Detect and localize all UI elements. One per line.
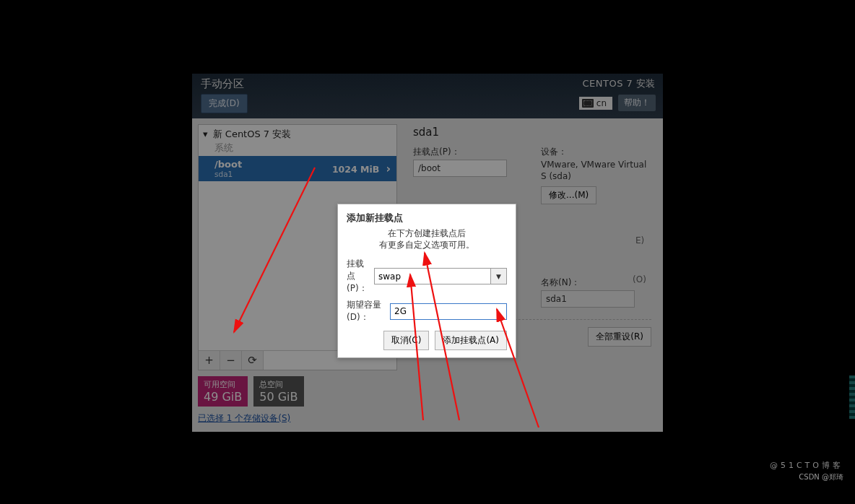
dialog-add-button[interactable]: 添加挂载点(A) xyxy=(435,331,507,350)
mount-device-text: sda1 xyxy=(214,170,242,178)
install-title[interactable]: ▾ 新 CentOS 7 安装 xyxy=(199,125,396,142)
dialog-capacity-input[interactable] xyxy=(390,303,507,320)
chevron-right-icon: › xyxy=(386,162,391,175)
page-title: 手动分区 xyxy=(201,77,248,91)
edge-indicator xyxy=(849,375,855,419)
remove-mount-button[interactable]: − xyxy=(220,351,242,370)
keyboard-layout-text: cn xyxy=(596,98,607,108)
dialog-mount-dropdown[interactable]: ▼ xyxy=(491,268,507,284)
help-button[interactable]: 帮助！ xyxy=(618,95,656,111)
total-space: 总空间 50 GiB xyxy=(253,376,303,407)
mount-point-text: /boot xyxy=(214,159,242,170)
product-name: CENTOS 7 安装 xyxy=(579,77,656,90)
name-input[interactable] xyxy=(541,290,635,308)
done-button[interactable]: 完成(D) xyxy=(201,94,248,113)
mount-size-text: 1024 MiB xyxy=(332,164,379,175)
mount-row-boot[interactable]: /boot sda1 1024 MiB › xyxy=(199,156,396,181)
add-mount-dialog: 添加新挂载点 在下方创建挂载点后 有更多自定义选项可用。 挂载点(P)： ▼ 期… xyxy=(337,204,516,358)
selected-device-title: sda1 xyxy=(413,126,651,139)
keyboard-layout-indicator[interactable]: cn xyxy=(579,97,612,110)
dialog-title: 添加新挂载点 xyxy=(347,212,507,225)
space-summary: 可用空间 49 GiB 总空间 50 GiB xyxy=(198,376,397,407)
mount-label: 挂载点(P)： xyxy=(413,146,524,158)
fs-hint-o: (O) xyxy=(633,274,646,284)
dialog-cancel-button[interactable]: 取消(C) xyxy=(383,331,430,350)
available-space: 可用空间 49 GiB xyxy=(198,376,248,407)
watermark-1: @51CTO博客 xyxy=(770,460,843,471)
header: 手动分区 完成(D) CENTOS 7 安装 cn 帮助！ xyxy=(192,74,663,118)
modify-device-button[interactable]: 修改...(M) xyxy=(541,186,596,204)
add-mount-button[interactable]: + xyxy=(199,351,220,370)
dialog-mount-input[interactable] xyxy=(374,268,491,284)
mount-input[interactable] xyxy=(413,160,507,177)
section-system-label: 系统 xyxy=(199,142,396,156)
expand-triangle-icon: ▾ xyxy=(203,129,208,139)
dialog-subtitle: 在下方创建挂载点后 有更多自定义选项可用。 xyxy=(347,227,507,251)
refresh-mount-button[interactable]: ⟳ xyxy=(242,351,264,370)
dialog-mount-label: 挂载点(P)： xyxy=(347,258,371,295)
storage-devices-link[interactable]: 已选择 1 个存储设备(S) xyxy=(198,412,397,425)
watermark-2: CSDN @郑琦 xyxy=(799,472,843,482)
keyboard-icon xyxy=(582,99,594,108)
device-label: 设备： xyxy=(541,146,651,158)
device-text: VMware, VMware Virtual S (sda) xyxy=(541,160,651,182)
reset-all-button[interactable]: 全部重设(R) xyxy=(588,327,651,347)
dialog-capacity-label: 期望容量(D)： xyxy=(347,299,387,323)
fs-hint-e: E) xyxy=(635,235,644,246)
